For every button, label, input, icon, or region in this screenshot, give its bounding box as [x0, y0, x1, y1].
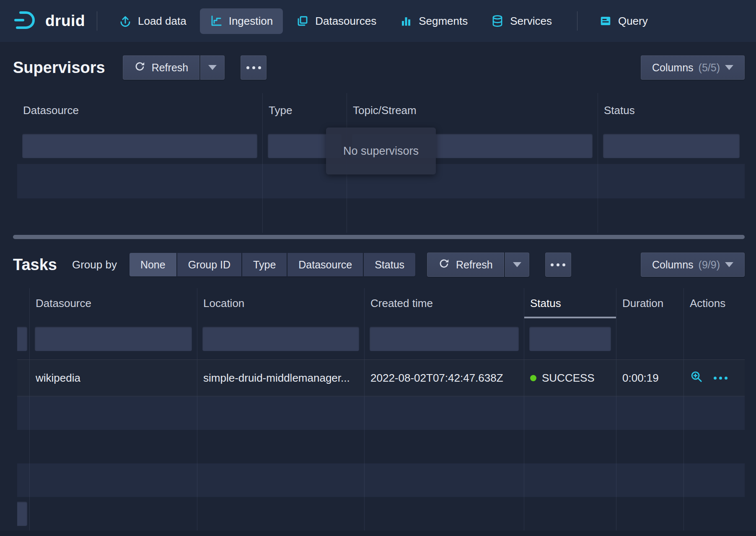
empty-cell	[17, 463, 30, 497]
nav-item-label: Segments	[419, 15, 468, 28]
empty-cell	[365, 396, 524, 430]
table-row	[17, 198, 745, 233]
datasource-filter-input[interactable]	[22, 134, 257, 158]
refresh-label: Refresh	[456, 259, 493, 271]
nav-item-ingestion[interactable]: Ingestion	[200, 8, 283, 34]
filter-cell	[616, 318, 684, 359]
clipped-filter-input[interactable]	[17, 327, 27, 351]
tasks-refresh-button[interactable]: Refresh	[427, 252, 504, 277]
empty-cell	[524, 497, 616, 531]
location-filter-input[interactable]	[202, 327, 359, 351]
column-header-created-time[interactable]: Created time	[365, 288, 524, 318]
tasks-columns-button[interactable]: Columns (9/9)	[641, 252, 745, 277]
nav-item-segments[interactable]: Segments	[390, 8, 478, 34]
logo-text: druid	[45, 12, 85, 30]
column-header-status[interactable]: Status	[598, 93, 745, 128]
nav-item-services[interactable]: Services	[481, 8, 562, 34]
empty-cell	[17, 198, 263, 233]
caret-down-icon	[725, 65, 733, 70]
created-time-cell: 2022-08-02T07:42:47.638Z	[365, 360, 524, 396]
status-value: SUCCESS	[542, 372, 595, 385]
empty-cell	[598, 164, 745, 198]
column-header-location[interactable]: Location	[197, 288, 365, 318]
top-navbar: druid Load data Ingestion Datasources	[0, 0, 756, 42]
nav-item-datasources[interactable]: Datasources	[286, 8, 386, 34]
empty-cell	[684, 497, 745, 531]
druid-logo-icon	[14, 10, 39, 31]
empty-cell	[197, 463, 365, 497]
scrollbar-thumb[interactable]	[13, 235, 745, 239]
column-header-status[interactable]: Status	[524, 288, 616, 318]
supervisors-refresh-split: Refresh	[123, 55, 225, 80]
column-header-actions[interactable]: Actions	[684, 288, 745, 318]
column-header-type[interactable]: Type	[263, 93, 347, 128]
duration-value: 0:00:19	[622, 372, 659, 385]
columns-count: (5/5)	[699, 62, 720, 74]
supervisors-more-button[interactable]	[241, 55, 267, 80]
bottom-filler	[0, 531, 756, 536]
tasks-table: Datasource Location Created time Status …	[17, 288, 745, 531]
empty-cell	[524, 396, 616, 430]
tasks-refresh-dropdown-button[interactable]	[505, 252, 529, 277]
filter-cell	[17, 318, 30, 359]
empty-cell	[30, 463, 197, 497]
empty-cell	[365, 463, 524, 497]
column-header-topic-stream[interactable]: Topic/Stream	[347, 93, 598, 128]
group-by-datasource-button[interactable]: Datasource	[287, 253, 363, 276]
more-icon	[252, 66, 255, 69]
nav-item-load-data[interactable]: Load data	[109, 8, 197, 34]
tasks-refresh-split: Refresh	[427, 252, 529, 277]
dot	[725, 377, 728, 380]
clipped-filter-input[interactable]	[17, 502, 27, 526]
group-by-status-button[interactable]: Status	[364, 253, 415, 276]
supervisors-header-row: Datasource Type Topic/Stream Status	[17, 93, 745, 128]
empty-cell	[598, 198, 745, 233]
column-header-datasource[interactable]: Datasource	[30, 288, 197, 318]
supervisors-toolbar: Supervisors Refresh Columns (5/	[0, 42, 756, 93]
group-by-none-button[interactable]: None	[129, 253, 176, 276]
status-filter-input[interactable]	[529, 327, 611, 351]
status-filter-input[interactable]	[603, 134, 740, 158]
empty-cell	[197, 497, 365, 531]
location-cell: simple-druid-middlemanager...	[197, 360, 365, 396]
druid-logo[interactable]: druid	[14, 10, 85, 31]
empty-cell	[17, 164, 263, 198]
supervisors-section: Supervisors Refresh Columns (5/	[0, 42, 756, 241]
empty-cell	[365, 497, 524, 531]
group-by-type-button[interactable]: Type	[242, 253, 287, 276]
column-header-datasource[interactable]: Datasource	[17, 93, 263, 128]
ingestion-icon	[210, 15, 223, 27]
empty-cell	[616, 497, 684, 531]
services-icon	[491, 15, 504, 27]
group-by-button-group: None Group ID Type Datasource Status	[129, 253, 415, 276]
dot	[719, 377, 722, 380]
inspect-task-icon[interactable]	[690, 370, 703, 386]
status-dot-success	[530, 375, 536, 381]
empty-cell	[347, 198, 598, 233]
refresh-icon	[134, 61, 145, 75]
empty-cell	[616, 430, 684, 463]
table-row	[17, 396, 745, 430]
created-time-filter-input[interactable]	[370, 327, 519, 351]
column-header-label: Status	[530, 297, 561, 310]
tasks-header-row: Datasource Location Created time Status …	[17, 288, 745, 318]
group-by-group-id-button[interactable]: Group ID	[177, 253, 241, 276]
column-header-duration[interactable]: Duration	[616, 288, 684, 318]
nav-item-label: Services	[510, 15, 552, 28]
tasks-more-button[interactable]	[545, 252, 571, 277]
supervisors-refresh-dropdown-button[interactable]	[200, 55, 225, 80]
task-actions-more-icon[interactable]	[714, 377, 728, 380]
filter-cell	[524, 318, 616, 359]
datasource-filter-input[interactable]	[35, 327, 192, 351]
actions-cell	[684, 360, 745, 396]
supervisors-refresh-button[interactable]: Refresh	[123, 55, 200, 80]
datasource-value: wikipedia	[36, 372, 80, 385]
nav-divider	[577, 11, 577, 31]
row-handle-column-header	[17, 288, 30, 318]
task-row-wikipedia[interactable]: wikipedia simple-druid-middlemanager... …	[17, 359, 745, 396]
nav-item-label: Load data	[138, 15, 186, 28]
empty-cell	[17, 396, 30, 430]
supervisors-columns-button[interactable]: Columns (5/5)	[641, 55, 745, 80]
caret-down-icon	[725, 262, 733, 267]
nav-item-query[interactable]: Query	[589, 8, 658, 34]
